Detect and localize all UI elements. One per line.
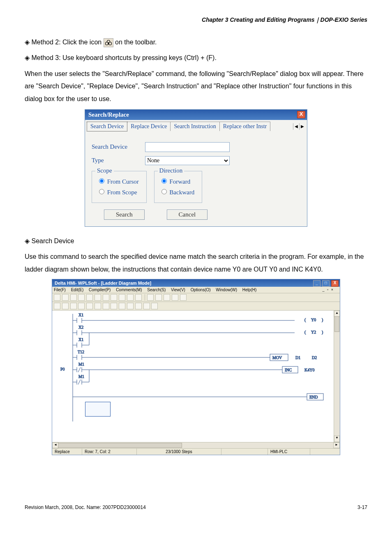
svg-text:(: ( bbox=[304, 318, 306, 322]
search-device-input[interactable] bbox=[145, 142, 230, 152]
from-cursor-radio[interactable] bbox=[99, 178, 104, 184]
search-button[interactable]: Search bbox=[104, 210, 145, 220]
forward-label: Forward bbox=[169, 178, 190, 185]
cut-icon[interactable] bbox=[86, 294, 93, 301]
paste-icon[interactable] bbox=[103, 294, 109, 301]
search-device-heading-text: Search Device bbox=[31, 237, 74, 244]
method-2-text-a: Method 2: Click the icon bbox=[31, 39, 101, 46]
hscroll-thumb[interactable] bbox=[58, 443, 182, 448]
falling-edge-icon[interactable] bbox=[78, 303, 85, 309]
backward-radio[interactable] bbox=[161, 189, 167, 194]
wplsoft-window: Delta HMI- WPLSoft - [Ladder Diagram Mod… bbox=[52, 279, 340, 455]
status-rowcol: Row: 7, Col: 2 bbox=[82, 449, 137, 455]
maximize-icon[interactable]: □ bbox=[322, 280, 330, 287]
close-icon[interactable]: X bbox=[331, 280, 339, 287]
menu-options[interactable]: Options(O) bbox=[191, 288, 211, 292]
app-instr-icon[interactable] bbox=[143, 303, 150, 309]
app-title-bar: Delta HMI- WPLSoft - [Ladder Diagram Mod… bbox=[52, 279, 340, 287]
toolbar-2 bbox=[52, 302, 340, 311]
sfc-tool-icon[interactable] bbox=[164, 294, 170, 301]
undo-icon[interactable] bbox=[62, 294, 69, 301]
tab-left-arrow-icon[interactable]: ◄ bbox=[293, 123, 299, 130]
vline-icon[interactable] bbox=[111, 303, 117, 309]
method-3-text: Method 3: Use keyboard shortcuts by pres… bbox=[31, 54, 216, 61]
zoom-in-icon[interactable] bbox=[127, 294, 134, 301]
window-buttons: _ □ X bbox=[313, 280, 339, 287]
mdi-window-buttons[interactable]: _ ▫ × bbox=[323, 288, 334, 292]
tab-search-instruction[interactable]: Search Instruction bbox=[170, 122, 219, 131]
app-title-text: Delta HMI- WPLSoft - [Ladder Diagram Mod… bbox=[55, 281, 151, 286]
paragraph-intro: When the user selects the "Search/Replac… bbox=[25, 68, 367, 105]
cancel-button[interactable]: Cancel bbox=[167, 210, 208, 220]
vertical-scrollbar[interactable]: ▲ ▼ bbox=[334, 311, 340, 442]
upload-icon[interactable] bbox=[172, 294, 178, 301]
type-select[interactable]: None bbox=[145, 156, 230, 165]
menu-view[interactable]: View(V) bbox=[171, 288, 185, 292]
lbl-y0: Y0 bbox=[311, 318, 316, 322]
zoom-out-icon[interactable] bbox=[135, 294, 142, 301]
selection-box[interactable] bbox=[85, 402, 111, 417]
lbl-p0: P0 bbox=[60, 367, 65, 371]
block-icon[interactable] bbox=[151, 303, 158, 309]
lbl-mov: MOV bbox=[272, 355, 282, 360]
ld-tool-icon[interactable] bbox=[147, 294, 154, 301]
scope-group-title: Scope bbox=[95, 167, 114, 174]
rising-coil-icon[interactable] bbox=[127, 303, 134, 309]
menu-comments[interactable]: Comments(M) bbox=[116, 288, 142, 292]
scope-group: Scope From Cursor From Scope bbox=[92, 171, 147, 203]
status-empty1 bbox=[221, 449, 268, 455]
tab-search-device[interactable]: Search Device bbox=[87, 122, 127, 131]
menu-window[interactable]: Window(W) bbox=[216, 288, 237, 292]
contact-no-icon[interactable] bbox=[54, 303, 60, 309]
svg-text:(: ( bbox=[304, 330, 306, 335]
minimize-icon[interactable]: _ bbox=[313, 280, 321, 287]
method-2-text-b: on the toolbar. bbox=[115, 39, 157, 46]
menu-search[interactable]: Search(S) bbox=[147, 288, 166, 292]
lbl-m1a: M1 bbox=[78, 362, 84, 366]
lbl-t12: T12 bbox=[78, 350, 84, 354]
compare-icon[interactable] bbox=[95, 303, 101, 309]
dialog-body: Search Device Type None Scope From Curso… bbox=[85, 131, 307, 226]
lbl-x1b: X1 bbox=[78, 337, 83, 342]
delete-icon[interactable] bbox=[78, 294, 85, 301]
tab-right-arrow-icon[interactable]: ► bbox=[299, 123, 305, 130]
from-cursor-label: From Cursor bbox=[107, 178, 139, 185]
tab-scroll-arrows: ◄► bbox=[293, 122, 305, 130]
falling-coil-icon[interactable] bbox=[135, 303, 142, 309]
diamond-bullet: ◈ bbox=[25, 54, 30, 61]
status-empty2 bbox=[310, 449, 340, 455]
download-icon[interactable] bbox=[180, 294, 187, 301]
binoculars-icon bbox=[104, 38, 113, 47]
redo-icon[interactable] bbox=[70, 294, 77, 301]
rising-edge-icon[interactable] bbox=[70, 303, 77, 309]
menu-help[interactable]: Help(H) bbox=[242, 288, 256, 292]
contact-nc-icon[interactable] bbox=[62, 303, 69, 309]
il-tool-icon[interactable] bbox=[155, 294, 162, 301]
forward-radio[interactable] bbox=[161, 178, 167, 184]
hline-icon[interactable] bbox=[103, 303, 109, 309]
dialog-title-text: Search/Replace bbox=[88, 111, 129, 118]
lbl-x2: X2 bbox=[78, 325, 83, 329]
compile-icon[interactable] bbox=[111, 294, 117, 301]
from-scope-radio[interactable] bbox=[99, 189, 104, 194]
scroll-right-icon[interactable]: ► bbox=[333, 442, 340, 448]
menu-edit[interactable]: Edit(E) bbox=[71, 288, 84, 292]
ladder-diagram[interactable]: X1 ( Y0 ) X2 ( Y2 ) X1 T12 MOV D1 D2 bbox=[52, 311, 340, 442]
menu-compiler[interactable]: Compiler(P) bbox=[89, 288, 111, 292]
status-target: HMI-PLC bbox=[268, 449, 310, 455]
print-icon[interactable] bbox=[54, 294, 60, 301]
tab-replace-other-instr[interactable]: Replace other Instr bbox=[219, 122, 271, 131]
copy-icon[interactable] bbox=[95, 294, 101, 301]
scroll-down-icon[interactable]: ▼ bbox=[334, 435, 340, 442]
svg-text:): ) bbox=[322, 318, 323, 322]
invert-icon[interactable] bbox=[119, 303, 125, 309]
horizontal-scrollbar[interactable]: ◄ ► bbox=[52, 442, 340, 448]
close-icon[interactable]: X bbox=[297, 111, 305, 118]
direction-group: Direction Forward Backward bbox=[154, 171, 203, 203]
binoculars-icon[interactable] bbox=[119, 294, 125, 301]
tab-replace-device[interactable]: Replace Device bbox=[127, 122, 171, 131]
coil-icon[interactable] bbox=[86, 303, 93, 309]
status-mode: Replace bbox=[52, 449, 82, 455]
vscroll-thumb[interactable] bbox=[334, 316, 339, 332]
menu-file[interactable]: File(F) bbox=[54, 288, 66, 292]
